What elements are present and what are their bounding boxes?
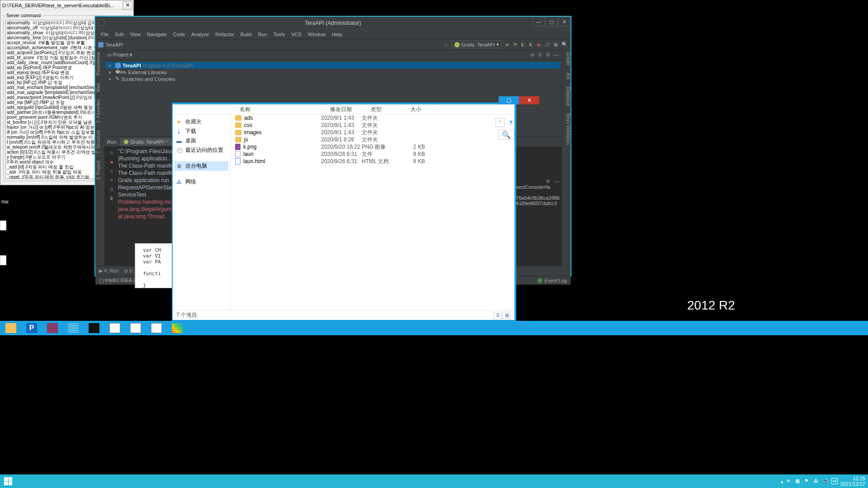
chevron-up-icon[interactable]: ▴ [781, 479, 783, 484]
file-list[interactable]: ads2020/9/1 1:43文件夹css2020/9/1 1:43文件夹im… [231, 114, 514, 310]
tool-button[interactable]: ▶ 4: Run [99, 268, 118, 274]
task-explorer[interactable] [1, 321, 21, 335]
debug-icon[interactable]: ✱ [513, 42, 517, 47]
menu-bar[interactable]: FileEditViewNavigateCodeAnalyzeRefactorB… [95, 29, 571, 39]
gear-icon[interactable]: ⚙ [546, 52, 550, 58]
table-row[interactable]: js2020/9/1 8:26文件夹 [231, 136, 514, 143]
tool-tab[interactable]: 1: Project [96, 161, 104, 180]
task-parking[interactable]: P [22, 321, 42, 335]
titlebar[interactable]: TeraAPI (Administrator) — ▢ ✕ [95, 17, 571, 29]
close-icon[interactable]: ✕ [558, 17, 571, 27]
collapse-icon[interactable]: ⇵ [538, 52, 542, 58]
desktop-thumb[interactable] [0, 221, 6, 230]
tray-flag-icon[interactable]: ⚑ [804, 478, 811, 484]
profile-icon[interactable]: ◐ [529, 42, 533, 47]
rerun-icon[interactable]: ↻ [108, 150, 115, 156]
clock[interactable]: 12:25 2021/12/17 [840, 476, 865, 487]
tool-tab[interactable]: 7: Structure [96, 130, 104, 154]
maximize-icon[interactable]: ▢ [499, 96, 519, 104]
hide-icon[interactable]: — [554, 52, 559, 58]
table-row[interactable]: images2020/9/1 1:43文件夹 [231, 129, 514, 136]
right-tool-gutter[interactable]: GradleAntDatabaseBean Validation [561, 50, 571, 266]
chevron-down-icon[interactable]: ˅ [495, 118, 505, 127]
tray-volume-icon[interactable]: 🔊 [822, 478, 829, 484]
nav-network[interactable]: 🖧网络 [175, 177, 228, 187]
vcs-icon[interactable]: ▣ [553, 42, 558, 47]
search-icon[interactable]: 🔍 [498, 130, 514, 140]
nav-this-pc[interactable]: 🖥这台电脑 [175, 161, 228, 171]
run-icon[interactable]: ▶ [506, 42, 509, 47]
tree-item-external-libraries[interactable]: ▸�књ External Libraries [105, 69, 561, 75]
task-app[interactable] [146, 321, 166, 335]
column-headers[interactable]: 名称 修改日期 类型 大小 [173, 104, 514, 114]
tray-ime-icon[interactable]: M [831, 478, 838, 484]
hide-icon[interactable]: — [555, 178, 560, 184]
explorer-nav-pane[interactable]: ★收藏夹 ⭳下载 ▬桌面 🕘最近访问的位置 🖥这台电脑 🖧网络 [173, 114, 231, 310]
table-row[interactable]: laun2020/9/26 6:31文件8 KB [231, 150, 514, 158]
run-tab[interactable]: Grails: TeraAPI × [120, 138, 172, 145]
menu-item[interactable]: View [127, 31, 144, 38]
hammer-icon[interactable]: ↘ [443, 42, 448, 47]
table-row[interactable]: k.png2020/5/20 16:22PNG 图像2 KB [231, 143, 514, 150]
desktop-thumb[interactable] [0, 255, 6, 265]
exit-icon[interactable]: ⎋ [108, 168, 115, 174]
view-list-icon[interactable]: ☰ [494, 312, 502, 319]
menu-item[interactable]: Edit [113, 31, 127, 38]
run-config-select[interactable]: Grails: TeraAPI ▾ [451, 41, 503, 48]
tree-root[interactable]: ▸ TeraAPI D:\grails-4.0.3\TeraAPI [105, 62, 561, 69]
maximize-icon[interactable]: ▢ [545, 17, 558, 27]
menu-item[interactable]: Window [305, 31, 328, 38]
close-icon[interactable]: ✕ [519, 96, 539, 104]
nav-downloads[interactable]: ⭳下载 [175, 127, 228, 136]
table-row[interactable]: css2020/9/1 1:43文件夹 [231, 122, 514, 129]
menu-item[interactable]: Help [329, 31, 345, 38]
taskbar-upper[interactable]: P [0, 321, 868, 335]
coverage-icon[interactable]: ◧ [521, 42, 525, 47]
table-row[interactable]: ads2020/9/1 1:43文件夹 [231, 114, 514, 122]
tool-tab[interactable]: Persistence [96, 52, 104, 75]
nav-recent[interactable]: 🕘最近访问的位置 [175, 145, 228, 155]
close-icon[interactable]: ✕ [123, 1, 132, 9]
menu-item[interactable]: File [98, 31, 112, 38]
task-notepad[interactable] [63, 321, 83, 335]
window-titlebar[interactable]: D:\TERA_SERVER\test_te_server\Executable… [0, 0, 133, 10]
menu-item[interactable]: Refactor [212, 31, 237, 38]
menu-item[interactable]: VCS [288, 31, 304, 38]
stop-icon[interactable]: ■ [537, 42, 540, 47]
tray-network-icon[interactable]: 🖧 [813, 478, 820, 484]
menu-item[interactable]: Run [255, 31, 269, 38]
start-button[interactable] [0, 474, 16, 488]
menu-item[interactable]: Analyze [189, 31, 212, 38]
system-tray[interactable]: ▴ ☀ ▦ ⚑ 🖧 🔊 M 12:25 2021/12/17 [781, 476, 868, 487]
target-icon[interactable]: ⊕ [530, 52, 534, 58]
stop-icon[interactable]: ■ [108, 159, 115, 165]
trash-icon[interactable]: 🗑 [108, 195, 115, 201]
console-link[interactable]: a676a54c5b36ca2886 [510, 195, 560, 201]
tray-icon[interactable]: ▦ [795, 478, 802, 484]
console-link[interactable]: 5b4189e865f7dafcc3 [510, 201, 560, 206]
tool-tab[interactable]: 2: Favorites [96, 99, 104, 123]
print-icon[interactable]: ⎙ [108, 186, 115, 192]
nav-favorites[interactable]: ★收藏夹 [175, 117, 228, 127]
view-details-icon[interactable]: ▤ [503, 312, 511, 319]
gear-icon[interactable]: ⚙ [546, 178, 550, 184]
menu-item[interactable]: Navigate [144, 31, 169, 38]
help-icon[interactable]: ? [506, 118, 515, 127]
taskbar[interactable]: ▴ ☀ ▦ ⚑ 🖧 🔊 M 12:25 2021/12/17 [0, 474, 868, 488]
left-tool-gutter[interactable]: 1: Project7: Structure2: FavoritesWebPer… [95, 50, 104, 266]
breadcrumb[interactable]: TeraAPI [98, 42, 123, 47]
menu-item[interactable]: Tools [270, 31, 288, 38]
tool-tab[interactable]: Ant [562, 73, 571, 80]
menu-item[interactable]: Code [170, 31, 188, 38]
tool-tab[interactable]: Database [562, 87, 571, 106]
tool-tab[interactable]: Bean Validation [562, 113, 571, 145]
search-icon[interactable]: 🔍 [561, 42, 568, 47]
tool-tab[interactable]: Gradle [562, 52, 571, 66]
close-icon[interactable]: × [165, 139, 168, 144]
project-tool-header[interactable]: ▭ Project ▾ ⊕ ⇵ ⚙ — [104, 50, 561, 60]
table-row[interactable]: laun.html2020/9/26 6:31HTML 文档8 KB [231, 158, 514, 165]
tree-item-scratches[interactable]: ▸✎ Scratches and Consoles [105, 75, 561, 82]
up-icon[interactable]: ≡ [108, 177, 115, 183]
event-log-button[interactable]: !Event Log [537, 278, 571, 283]
task-app[interactable] [126, 321, 146, 335]
